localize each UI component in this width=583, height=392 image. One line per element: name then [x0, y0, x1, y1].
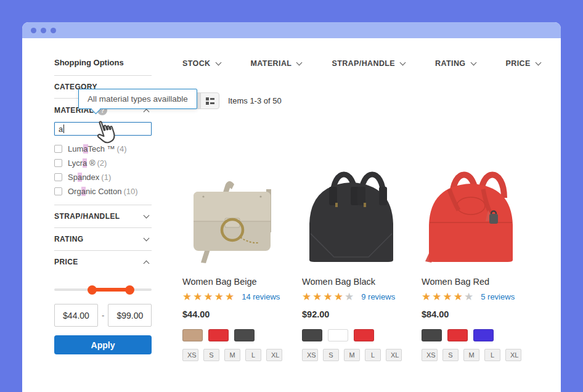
top-filter-material[interactable]: MATERIAL — [251, 59, 304, 68]
chevron-down-icon — [400, 60, 406, 66]
window-dot[interactable] — [51, 28, 56, 33]
size-button[interactable]: XL — [386, 349, 402, 361]
option-count: (2) — [97, 158, 107, 168]
chevron-up-icon — [144, 260, 150, 266]
size-list: XS S M L XL — [182, 349, 281, 361]
option-count: (4) — [117, 144, 127, 153]
material-option[interactable]: Lycra ®(2) — [54, 156, 152, 170]
option-label: Lycra ®(2) — [68, 158, 107, 168]
product-price: $92.00 — [302, 309, 401, 319]
color-swatch[interactable] — [302, 329, 322, 341]
color-swatch[interactable] — [354, 329, 374, 341]
color-swatch[interactable] — [234, 329, 255, 341]
option-count: (1) — [101, 173, 111, 182]
chevron-down-icon — [296, 60, 303, 66]
product-card: Women Bag Beige ★★★★★ 14 reviews $44.00 … — [182, 120, 281, 361]
option-count: (10) — [123, 187, 137, 196]
strap-label: STRAP/HANDLEL — [54, 212, 120, 221]
color-swatch[interactable] — [422, 329, 442, 341]
product-price: $44.00 — [182, 309, 281, 319]
size-button[interactable]: XS — [302, 349, 318, 361]
product-title[interactable]: Women Bag Black — [302, 277, 401, 287]
price-slider — [54, 285, 152, 294]
filter-section-rating[interactable]: RATING — [54, 228, 152, 250]
chevron-down-icon — [144, 213, 150, 219]
price-min-input[interactable] — [54, 304, 98, 327]
size-button[interactable]: M — [224, 349, 240, 361]
color-swatch[interactable] — [328, 329, 348, 341]
price-max-input[interactable] — [108, 304, 152, 327]
size-button[interactable]: S — [203, 349, 219, 361]
filter-section-strap[interactable]: STRAP/HANDLEL — [54, 205, 152, 227]
items-count: Items 1-3 of 50 — [228, 96, 282, 105]
color-swatch[interactable] — [447, 329, 468, 341]
option-label: Organic Cotton(10) — [68, 187, 138, 196]
top-filter-price[interactable]: PRICE — [506, 59, 542, 68]
size-button[interactable]: XL — [505, 349, 521, 361]
size-button[interactable]: M — [463, 349, 479, 361]
sidebar-title: Shopping Options — [54, 58, 152, 75]
product-card: Women Bag Red ★★★★★ 5 reviews $84.00 XS … — [422, 120, 520, 361]
product-image[interactable] — [182, 120, 281, 263]
text-caret — [63, 125, 64, 133]
material-option[interactable]: Organic Cotton(10) — [54, 184, 152, 198]
option-label: Spandex(1) — [68, 173, 111, 182]
window-dot[interactable] — [41, 28, 46, 33]
list-view-button[interactable] — [201, 93, 219, 108]
color-swatch[interactable] — [208, 329, 229, 341]
product-card: Women Bag Black ★★★★★ 9 reviews $92.00 X… — [302, 120, 401, 361]
swatch-list — [302, 329, 401, 341]
filter-section-price[interactable]: PRICE — [54, 251, 152, 273]
price-range-separator: - — [102, 311, 104, 320]
product-image[interactable] — [422, 120, 520, 263]
reviews-link[interactable]: 5 reviews — [481, 292, 515, 301]
color-swatch[interactable] — [182, 329, 203, 341]
product-price: $84.00 — [422, 309, 520, 319]
size-button[interactable]: S — [323, 349, 339, 361]
top-filter-strap[interactable]: STRAP/HANDLE — [332, 59, 407, 68]
product-title[interactable]: Women Bag Red — [422, 277, 520, 287]
size-button[interactable]: XS — [182, 349, 198, 361]
reviews-link[interactable]: 9 reviews — [361, 292, 395, 301]
checkbox[interactable] — [54, 173, 62, 181]
list-icon — [206, 97, 214, 105]
size-button[interactable]: L — [484, 349, 500, 361]
material-options-list: LumaTech ™(4) Lycra ®(2) Spandex(1) Orga… — [54, 142, 152, 205]
size-button[interactable]: S — [442, 349, 459, 361]
horizontal-filter-bar: STOCK MATERIAL STRAP/HANDLE RATING PRICE — [182, 58, 561, 68]
size-button[interactable]: L — [245, 349, 261, 361]
apply-button[interactable]: Apply — [54, 335, 152, 354]
price-filter-body: - Apply — [54, 273, 152, 354]
product-title[interactable]: Women Bag Beige — [182, 277, 281, 287]
size-button[interactable]: M — [344, 349, 360, 361]
material-tooltip: All material types availlable — [78, 89, 197, 109]
swatch-list — [422, 329, 520, 341]
option-label: LumaTech ™(4) — [68, 144, 127, 153]
size-button[interactable]: XS — [422, 349, 438, 361]
star-rating: ★★★★★ — [302, 292, 355, 302]
product-listing: STOCK MATERIAL STRAP/HANDLE RATING PRICE — [182, 58, 561, 361]
star-rating: ★★★★★ — [182, 292, 235, 302]
checkbox[interactable] — [54, 187, 62, 195]
size-list: XS S M L XL — [302, 349, 401, 361]
reviews-link[interactable]: 14 reviews — [242, 292, 280, 301]
checkbox[interactable] — [54, 159, 62, 167]
checkbox[interactable] — [54, 145, 62, 153]
window-titlebar — [22, 22, 561, 38]
top-filter-rating[interactable]: RATING — [435, 59, 477, 68]
search-input-value: a — [59, 125, 63, 134]
product-image[interactable] — [302, 120, 401, 263]
size-list: XS S M L XL — [422, 349, 520, 361]
slider-handle-max[interactable] — [125, 285, 134, 295]
star-rating: ★★★★★ — [422, 292, 475, 302]
color-swatch[interactable] — [473, 329, 494, 341]
price-label: PRICE — [54, 258, 78, 266]
size-button[interactable]: XL — [266, 349, 282, 361]
size-button[interactable]: L — [365, 349, 381, 361]
material-option[interactable]: Spandex(1) — [54, 170, 152, 184]
top-filter-stock[interactable]: STOCK — [182, 59, 222, 68]
chevron-up-icon — [144, 108, 150, 115]
slider-range — [92, 288, 131, 292]
slider-handle-min[interactable] — [88, 285, 97, 295]
window-dot[interactable] — [31, 28, 36, 33]
